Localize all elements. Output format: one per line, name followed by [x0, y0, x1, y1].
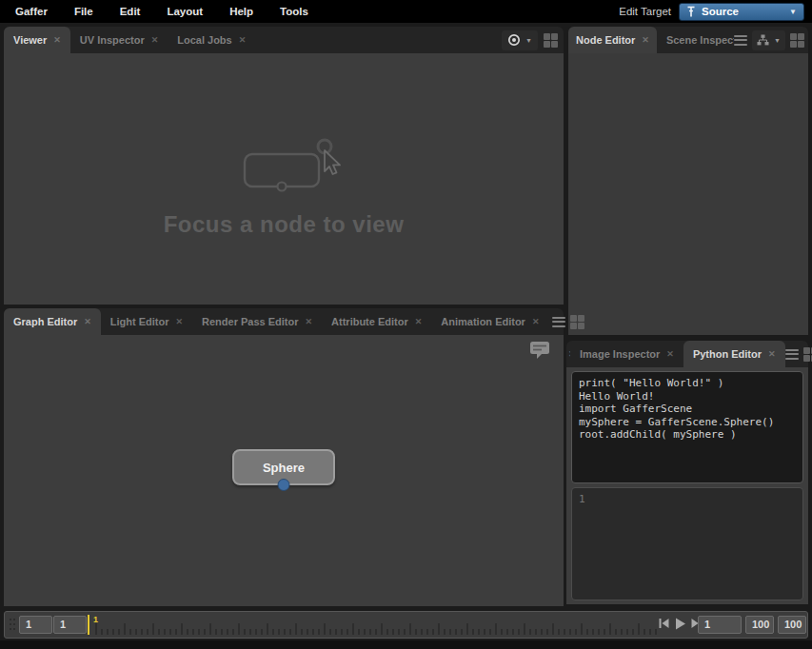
- python-output-line: print( "Hello World!" ): [579, 377, 796, 390]
- layout-grid-icon[interactable]: [544, 33, 558, 48]
- timeline-ruler-ticks: [93, 612, 661, 638]
- close-tab-icon[interactable]: ✕: [415, 318, 423, 326]
- tab-label: Viewer: [13, 34, 47, 46]
- chevron-down-icon: ▼: [525, 37, 532, 44]
- timeline-bar: 1 1 1 1 100 100: [4, 611, 808, 639]
- menu-item-file[interactable]: File: [63, 6, 105, 17]
- tab-light-editor[interactable]: Light Editor ✕: [101, 308, 192, 335]
- python-output-line: mySphere = GafferScene.Sphere(): [579, 416, 796, 429]
- node-editor-panel: Node Editor ✕ Scene Inspecto ▼: [568, 27, 808, 335]
- play-icon: [675, 618, 686, 630]
- timeline-ruler[interactable]: 1: [93, 612, 661, 638]
- tab-node-editor[interactable]: Node Editor ✕: [568, 27, 657, 53]
- frame-value-field[interactable]: 1: [698, 616, 742, 634]
- tab-attribute-editor[interactable]: Attribute Editor ✕: [322, 308, 431, 335]
- menu-item-layout[interactable]: Layout: [155, 6, 214, 17]
- edit-target-value: Source: [702, 6, 739, 17]
- close-tab-icon[interactable]: ✕: [239, 36, 247, 45]
- menu-item-edit[interactable]: Edit: [109, 6, 152, 17]
- viewer-panel: Viewer ✕ UV Inspector ✕ Local Jobs ✕ ▼: [4, 27, 564, 305]
- timeline-playhead[interactable]: [88, 615, 89, 635]
- viewer-tabbar: Viewer ✕ UV Inspector ✕ Local Jobs ✕ ▼: [4, 27, 564, 53]
- close-tab-icon[interactable]: ✕: [176, 318, 184, 326]
- chevron-down-icon: ▼: [774, 37, 781, 44]
- current-frame-field[interactable]: 1: [53, 616, 87, 634]
- tab-image-inspector[interactable]: Image Inspector ✕: [570, 341, 683, 367]
- hierarchy-icon: [757, 34, 769, 46]
- close-tab-icon[interactable]: ✕: [306, 318, 313, 326]
- python-output-line: Hello World!: [579, 390, 796, 403]
- python-editor-panel: ✕ Image Inspector ✕ Python Editor ✕ prin…: [566, 341, 808, 604]
- python-editor-tabbar: ✕ Image Inspector ✕ Python Editor ✕: [566, 341, 808, 367]
- python-output-line: import GafferScene: [579, 403, 796, 416]
- tab-label: Scene Inspecto: [666, 34, 734, 46]
- edit-target-dropdown[interactable]: Source ▼: [679, 3, 804, 21]
- skip-start-icon: [659, 618, 669, 629]
- layout-grid-icon[interactable]: [790, 33, 804, 48]
- tab-label: Graph Editor: [13, 316, 77, 327]
- close-tab-icon[interactable]: ✕: [84, 318, 91, 326]
- play-button[interactable]: [674, 617, 686, 630]
- node-editor-tabbar: Node Editor ✕ Scene Inspecto ▼: [568, 27, 808, 53]
- viewer-content[interactable]: Focus a node to view: [4, 53, 564, 305]
- sphere-node-label: Sphere: [263, 461, 305, 475]
- window-bottom-strip: [0, 640, 812, 649]
- node-cursor-icon: [222, 137, 346, 200]
- tab-label: Light Editor: [110, 316, 169, 327]
- focus-placeholder: Focus a node to view: [4, 137, 564, 238]
- end-frame-field[interactable]: 100: [745, 616, 774, 634]
- start-frame-field[interactable]: 1: [19, 616, 52, 634]
- python-output-area: print( "Hello World!" )Hello World!impor…: [571, 371, 803, 483]
- tab-menu-icon[interactable]: [734, 35, 747, 46]
- close-tab-icon[interactable]: ✕: [666, 350, 674, 359]
- sphere-node[interactable]: Sphere: [232, 449, 335, 485]
- target-icon: [507, 33, 521, 47]
- tab-menu-icon[interactable]: [552, 317, 565, 327]
- layout-grid-icon[interactable]: [803, 347, 812, 362]
- viewer-placeholder-text: Focus a node to view: [164, 211, 405, 238]
- python-input-area[interactable]: 1: [571, 487, 803, 600]
- menu-item-gaffer[interactable]: Gaffer: [4, 6, 59, 17]
- annotation-bubble-icon[interactable]: [529, 341, 550, 364]
- tab-label: Node Editor: [576, 34, 635, 46]
- focus-target-button[interactable]: ▼: [502, 30, 538, 50]
- close-tab-icon[interactable]: ✕: [532, 318, 540, 326]
- range-end-field[interactable]: 100: [778, 616, 806, 634]
- graph-editor-content[interactable]: Sphere: [4, 335, 564, 606]
- chevron-down-icon: ▼: [789, 8, 797, 16]
- tab-label: Attribute Editor: [331, 316, 408, 327]
- pin-icon: [686, 6, 696, 18]
- sphere-node-output-plug[interactable]: [278, 479, 290, 491]
- close-tab-icon[interactable]: ✕: [53, 36, 61, 45]
- tab-viewer[interactable]: Viewer ✕: [4, 27, 70, 53]
- menu-item-help[interactable]: Help: [218, 6, 265, 17]
- tab-animation-editor[interactable]: Animation Editor ✕: [431, 308, 548, 335]
- tab-python-editor[interactable]: Python Editor ✕: [683, 341, 785, 367]
- close-tab-icon[interactable]: ✕: [768, 350, 776, 359]
- graph-editor-tabbar: Graph Editor ✕ Light Editor ✕ Render Pas…: [4, 308, 564, 335]
- tab-menu-icon[interactable]: [785, 349, 799, 360]
- tab-label: Render Pass Editor: [202, 316, 298, 327]
- menu-item-tools[interactable]: Tools: [268, 6, 320, 17]
- graph-editor-panel: Graph Editor ✕ Light Editor ✕ Render Pas…: [4, 308, 564, 606]
- playback-controls: [658, 617, 703, 630]
- tab-scene-inspector[interactable]: Scene Inspecto: [657, 27, 734, 53]
- tab-label: Python Editor: [693, 348, 762, 360]
- timeline-grip-handle[interactable]: [10, 619, 15, 633]
- skip-to-start-button[interactable]: [658, 617, 670, 630]
- tab-label: UV Inspector: [80, 34, 145, 46]
- close-tab-icon[interactable]: ✕: [151, 36, 159, 45]
- node-editor-content[interactable]: [568, 53, 808, 335]
- close-tab-icon[interactable]: ✕: [642, 36, 649, 45]
- tab-label: Image Inspector: [580, 348, 660, 360]
- edit-target-label: Edit Target: [619, 6, 671, 17]
- python-output-line: root.addChild( mySphere ): [579, 428, 796, 442]
- python-editor-content: print( "Hello World!" )Hello World!impor…: [566, 367, 808, 604]
- tab-local-jobs[interactable]: Local Jobs ✕: [168, 27, 255, 53]
- tab-label: Local Jobs: [177, 34, 231, 46]
- node-graph-mode-button[interactable]: ▼: [752, 30, 785, 50]
- tab-render-pass-editor[interactable]: Render Pass Editor ✕: [192, 308, 322, 335]
- layout-grid-icon[interactable]: [570, 315, 584, 329]
- tab-uv-inspector[interactable]: UV Inspector ✕: [70, 27, 168, 53]
- tab-graph-editor[interactable]: Graph Editor ✕: [4, 308, 101, 335]
